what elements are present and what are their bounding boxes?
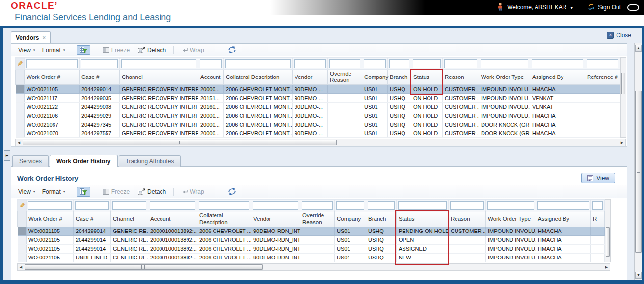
- column-header-vendor[interactable]: Vendor: [251, 211, 300, 227]
- filter-input-company[interactable]: [364, 59, 386, 68]
- cell-work-order-type[interactable]: DOOR KNOCK (GRI): [479, 129, 530, 138]
- scrollbar-thumb[interactable]: [635, 91, 642, 253]
- cell-reason[interactable]: CUSTOMER ...: [443, 129, 479, 138]
- format-menu[interactable]: Format▼: [40, 187, 68, 196]
- cell-status[interactable]: PENDING ON HOLD: [397, 227, 449, 235]
- cell-case[interactable]: 2044297557: [80, 129, 120, 138]
- query-by-example-button[interactable]: [77, 45, 90, 55]
- scroll-up-button[interactable]: ▲: [635, 45, 642, 52]
- row-selector[interactable]: [18, 244, 27, 253]
- column-header-override-reason[interactable]: Override Reason: [300, 211, 335, 227]
- cell-status[interactable]: ON HOLD: [411, 103, 443, 111]
- cell-work-order[interactable]: WO:0021067: [25, 120, 80, 129]
- page-vertical-scrollbar[interactable]: ▲ ▼: [634, 43, 642, 280]
- cell-company[interactable]: US01: [335, 253, 366, 262]
- column-header-reason[interactable]: Reason: [449, 211, 486, 227]
- scrollbar-thumb[interactable]: [606, 227, 610, 257]
- cell-r[interactable]: [591, 235, 605, 244]
- scrollbar-thumb[interactable]: [23, 140, 337, 145]
- cell-override-reason[interactable]: [328, 103, 362, 111]
- cell-account[interactable]: 20151...: [198, 94, 224, 103]
- cell-case[interactable]: 2044299014: [74, 244, 111, 253]
- cell-reference[interactable]: [585, 94, 620, 103]
- row-selector[interactable]: [16, 103, 25, 111]
- detach-button[interactable]: Detach: [135, 45, 169, 55]
- welcome-user-menu[interactable]: Welcome, ABSHEKAR: [507, 4, 566, 11]
- filter-input-account[interactable]: [200, 59, 222, 68]
- cell-work-order-type[interactable]: IMPOUND INVOLU...: [479, 94, 530, 103]
- cell-branch[interactable]: USHQ: [388, 85, 411, 94]
- cell-reason[interactable]: [449, 253, 486, 262]
- cell-vendor[interactable]: 90DEMO-RDN_INT...: [251, 253, 300, 262]
- cell-vendor[interactable]: 90DEMO-...: [293, 103, 328, 111]
- cell-work-order[interactable]: WO:0021105: [27, 253, 74, 262]
- cell-reference[interactable]: [585, 120, 620, 129]
- column-header-override-reason[interactable]: Override Reason: [328, 70, 362, 85]
- cell-override-reason[interactable]: [300, 244, 335, 253]
- cell-work-order-type[interactable]: DOOR KNOCK (GRI): [479, 120, 530, 129]
- cell-collateral-description[interactable]: 2006 CHEVROLET MONT...: [224, 85, 293, 94]
- filter-input-branch[interactable]: [389, 59, 409, 68]
- filter-input-assigned-by[interactable]: [532, 59, 583, 68]
- scrollbar-thumb[interactable]: [25, 264, 263, 270]
- cell-work-order[interactable]: WO:0021105: [25, 85, 80, 94]
- cell-vendor[interactable]: 90DEMO-...: [293, 85, 328, 94]
- filter-input-work-order-type[interactable]: [487, 201, 534, 210]
- cell-work-order-type[interactable]: IMPOUND INVOLU...: [479, 103, 530, 111]
- history-horizontal-scrollbar[interactable]: ◀ ▶: [17, 263, 610, 271]
- column-header-work-order-type[interactable]: Work Order Type: [479, 70, 530, 85]
- cell-case[interactable]: 2044299014: [74, 235, 111, 244]
- cell-company[interactable]: US01: [335, 227, 366, 235]
- cell-vendor[interactable]: 90DEMO-...: [293, 120, 328, 129]
- cell-assigned-by[interactable]: HMACHA: [536, 244, 591, 253]
- view-record-button[interactable]: View: [581, 173, 615, 183]
- cell-assigned-by[interactable]: HMACHA: [536, 253, 591, 262]
- panel-collapse-handle[interactable]: ▶: [4, 150, 10, 161]
- cell-account[interactable]: 20000100013892:...: [148, 227, 197, 235]
- cell-collateral-description[interactable]: 2006 CHEVROLET MONT...: [224, 129, 293, 138]
- cell-branch[interactable]: USHQ: [366, 253, 397, 262]
- close-button[interactable]: × Close: [607, 32, 631, 39]
- cell-override-reason[interactable]: [328, 111, 362, 120]
- cell-collateral-description[interactable]: 2006 CHEVROLET MONT...: [224, 94, 293, 103]
- filter-input-r[interactable]: [592, 201, 603, 210]
- cell-branch[interactable]: USHQ: [366, 244, 397, 253]
- cell-override-reason[interactable]: [300, 235, 335, 244]
- cell-branch[interactable]: USHQ: [366, 235, 397, 244]
- cell-r[interactable]: [591, 244, 605, 253]
- cell-reason[interactable]: CUSTOMER ...: [443, 120, 479, 129]
- scroll-down-button[interactable]: ▼: [635, 272, 642, 279]
- cell-company[interactable]: US01: [362, 94, 388, 103]
- cell-channel[interactable]: GENERIC RECOVERY INTERFACE: [120, 129, 198, 138]
- column-header-vendor[interactable]: Vendor: [293, 70, 328, 85]
- cell-override-reason[interactable]: [328, 129, 362, 138]
- cell-case[interactable]: 2044299038: [80, 103, 120, 111]
- cell-r[interactable]: [591, 227, 605, 235]
- cell-collateral-description[interactable]: 2006 CHEVROLET ...: [197, 227, 251, 235]
- work-orders-horizontal-scrollbar[interactable]: ◀ ▶: [15, 139, 626, 146]
- cell-reference[interactable]: [585, 85, 620, 94]
- view-menu[interactable]: View▼: [16, 46, 38, 54]
- cell-work-order[interactable]: WO:0021105: [27, 227, 74, 235]
- cell-channel[interactable]: GENERIC RECOVERY INTERFACE: [120, 94, 198, 103]
- cell-account[interactable]: 20000...: [198, 85, 224, 94]
- cell-assigned-by[interactable]: HMACHA: [530, 85, 585, 94]
- cell-reference[interactable]: [585, 111, 620, 120]
- cell-reason[interactable]: CUSTOMER ...: [443, 85, 479, 94]
- cell-override-reason[interactable]: [300, 227, 335, 235]
- column-header-case[interactable]: Case #: [80, 70, 120, 85]
- cell-company[interactable]: US01: [335, 235, 366, 244]
- filter-input-company[interactable]: [336, 201, 364, 210]
- cell-branch[interactable]: USHQ: [388, 94, 411, 103]
- scroll-right-button[interactable]: ▶: [619, 139, 625, 146]
- cell-status[interactable]: OPEN: [397, 235, 449, 244]
- subtab-work-order-history[interactable]: Work Order History: [50, 155, 117, 167]
- column-header-branch[interactable]: Branch: [366, 211, 397, 227]
- cell-account[interactable]: 20000100013892:...: [148, 244, 197, 253]
- scroll-left-button[interactable]: ◀: [16, 139, 22, 146]
- cell-assigned-by[interactable]: HMACHA: [530, 129, 585, 138]
- cell-status[interactable]: ON HOLD: [411, 111, 443, 120]
- tab-vendors[interactable]: Vendors ×: [11, 31, 51, 43]
- cell-work-order-type[interactable]: IMPOUND INVOLU...: [486, 235, 536, 244]
- cell-status[interactable]: NEW: [397, 253, 449, 262]
